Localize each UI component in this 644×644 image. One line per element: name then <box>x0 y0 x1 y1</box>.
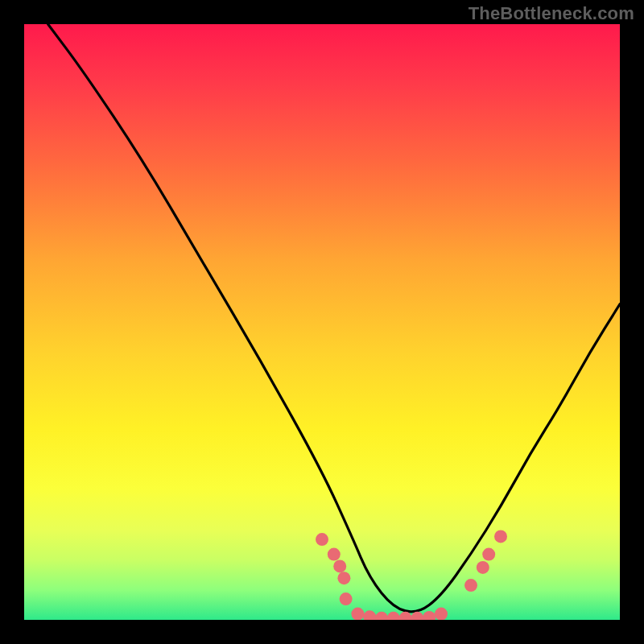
curve-marker <box>435 608 448 620</box>
curve-marker <box>316 533 328 546</box>
curve-marker <box>375 612 388 620</box>
curve-marker <box>337 572 350 584</box>
curve-marker <box>351 608 364 620</box>
curve-layer <box>24 24 620 620</box>
curve-marker <box>423 611 436 620</box>
curve-marker <box>482 548 495 561</box>
plot-area <box>24 24 620 620</box>
curve-marker <box>328 548 341 561</box>
chart-frame: TheBottleneck.com <box>0 0 644 644</box>
bottleneck-curve <box>48 24 620 612</box>
curve-marker <box>363 610 376 620</box>
curve-marker <box>333 559 346 572</box>
curve-marker <box>464 579 477 592</box>
watermark-text: TheBottleneck.com <box>469 3 634 24</box>
curve-marker <box>494 530 507 543</box>
curve-marker <box>477 561 489 574</box>
curve-marker <box>340 592 353 605</box>
curve-marker <box>387 612 400 620</box>
